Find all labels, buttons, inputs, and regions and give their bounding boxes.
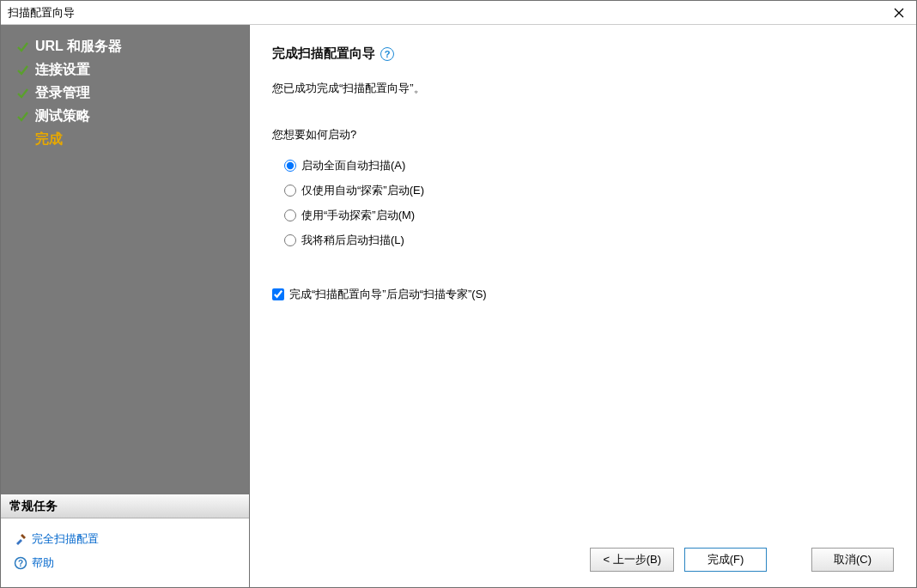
launch-question: 您想要如何启动?: [272, 127, 894, 142]
tasks-panel: 常规任务 完全扫描配置: [1, 494, 249, 587]
task-label: 完全扫描配置: [32, 531, 99, 547]
radio-later[interactable]: [284, 234, 296, 246]
heading-help-icon[interactable]: ?: [380, 47, 394, 61]
checkbox-label: 完成“扫描配置向导”后启动“扫描专家”(S): [289, 287, 487, 302]
task-label: 帮助: [32, 555, 54, 571]
option-label: 我将稍后启动扫描(L): [301, 233, 404, 248]
scan-expert-checkbox-row[interactable]: 完成“扫描配置向导”后启动“扫描专家”(S): [272, 287, 894, 302]
launch-options: 启动全面自动扫描(A) 仅使用自动“探索”启动(E) 使用“手动探索”启动(M)…: [272, 153, 894, 252]
close-button[interactable]: [882, 1, 916, 24]
help-icon: ?: [13, 556, 28, 570]
wizard-window: 扫描配置向导 URL 和服务器 连接设: [0, 0, 917, 588]
step-label: 完成: [35, 130, 63, 149]
check-icon: [16, 41, 32, 53]
check-icon: [16, 64, 32, 76]
sidebar: URL 和服务器 连接设置 登录管理: [1, 25, 250, 587]
step-label: 登录管理: [35, 84, 90, 102]
finish-button[interactable]: 完成(F): [684, 548, 767, 572]
wizard-body: URL 和服务器 连接设置 登录管理: [1, 25, 916, 587]
check-icon: [16, 111, 32, 123]
option-manual-explore[interactable]: 使用“手动探索”启动(M): [284, 203, 894, 227]
tools-icon: [13, 532, 28, 546]
task-full-scan-config[interactable]: 完全扫描配置: [13, 527, 237, 551]
success-text: 您已成功完成“扫描配置向导”。: [272, 81, 894, 96]
step-label: 测试策略: [35, 107, 90, 125]
wizard-steps: URL 和服务器 连接设置 登录管理: [1, 25, 249, 494]
step-login: 登录管理: [1, 82, 249, 105]
main-heading: 完成扫描配置向导: [272, 45, 375, 62]
step-label: URL 和服务器: [35, 38, 122, 56]
step-connection: 连接设置: [1, 58, 249, 82]
option-label: 仅使用自动“探索”启动(E): [301, 183, 424, 198]
task-help[interactable]: ? 帮助: [13, 551, 237, 575]
svg-text:?: ?: [18, 559, 23, 568]
option-label: 使用“手动探索”启动(M): [301, 208, 415, 223]
radio-manual-explore[interactable]: [284, 209, 296, 221]
main-heading-row: 完成扫描配置向导 ?: [272, 45, 894, 62]
option-auto-explore[interactable]: 仅使用自动“探索”启动(E): [284, 178, 894, 203]
radio-full-auto-scan[interactable]: [284, 160, 296, 172]
step-label: 连接设置: [35, 61, 90, 79]
step-test-policy: 测试策略: [1, 105, 249, 128]
scan-expert-checkbox[interactable]: [272, 288, 284, 300]
option-label: 启动全面自动扫描(A): [301, 158, 405, 173]
tasks-body: 完全扫描配置 ? 帮助: [1, 518, 249, 587]
close-icon: [894, 8, 904, 18]
step-url-servers: URL 和服务器: [1, 35, 249, 58]
cancel-button[interactable]: 取消(C): [811, 548, 894, 572]
main-panel: 完成扫描配置向导 ? 您已成功完成“扫描配置向导”。 您想要如何启动? 启动全面…: [250, 25, 916, 587]
tasks-header: 常规任务: [1, 494, 249, 518]
window-title: 扫描配置向导: [8, 5, 75, 21]
back-button[interactable]: < 上一步(B): [590, 548, 674, 572]
option-full-auto-scan[interactable]: 启动全面自动扫描(A): [284, 153, 894, 178]
wizard-footer: < 上一步(B) 完成(F) 取消(C): [590, 548, 894, 572]
radio-auto-explore[interactable]: [284, 185, 296, 197]
check-icon: [16, 88, 32, 100]
titlebar: 扫描配置向导: [1, 1, 916, 25]
step-finish: 完成: [1, 128, 249, 151]
option-later[interactable]: 我将稍后启动扫描(L): [284, 227, 894, 252]
